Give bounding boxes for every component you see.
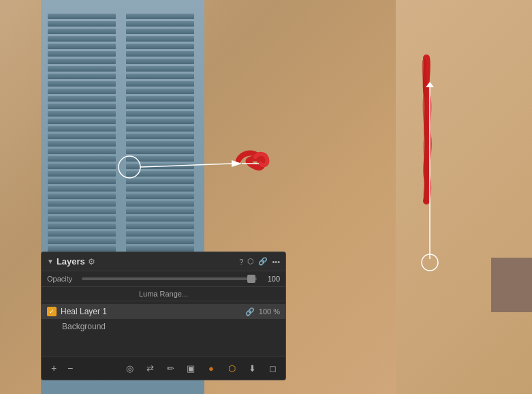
luma-range-row[interactable]: Luma Range... xyxy=(42,287,285,301)
link-icon[interactable]: 🔗 xyxy=(258,257,268,266)
wall-ledge xyxy=(491,258,532,312)
layer-background-name: Background xyxy=(62,322,106,331)
svg-line-1 xyxy=(140,164,232,167)
panel-footer: + − ◎ ⇄ ✏ ▣ ● ⬡ ⬇ ◻ xyxy=(42,356,285,380)
layers-list: ✓ Heal Layer 1 🔗 100 % Background xyxy=(42,301,285,356)
opacity-label: Opacity xyxy=(47,275,78,283)
layer-item-heal[interactable]: ✓ Heal Layer 1 🔗 100 % xyxy=(42,304,285,319)
svg-marker-4 xyxy=(426,82,434,87)
color-picker-tool[interactable]: ● xyxy=(204,361,219,376)
footer-left: + − xyxy=(47,361,77,375)
stamp-tool[interactable]: ⬇ xyxy=(245,361,260,376)
panel-header-left: ▼ Layers ⚙ xyxy=(47,256,95,267)
circle-select-tool[interactable]: ◎ xyxy=(122,361,137,376)
opacity-row: Opacity 100 xyxy=(42,271,285,287)
heal-tool[interactable]: ⬡ xyxy=(224,361,239,376)
layer-name: Heal Layer 1 xyxy=(61,307,241,316)
footer-tools: ◎ ⇄ ✏ ▣ ● ⬡ ⬇ ◻ xyxy=(122,361,280,376)
annotation-arrow xyxy=(95,136,286,191)
opacity-slider[interactable] xyxy=(82,277,257,280)
luma-range-label: Luma Range... xyxy=(139,290,188,298)
erase-tool[interactable]: ◻ xyxy=(265,361,280,376)
svg-marker-2 xyxy=(232,160,242,167)
more-options-icon[interactable]: ••• xyxy=(272,258,280,266)
layer-item-background[interactable]: Background xyxy=(42,319,285,334)
mask-tool[interactable]: ▣ xyxy=(183,361,198,376)
layer-link-icon: 🔗 xyxy=(245,307,255,316)
panel-header-right: ? ⬡ 🔗 ••• xyxy=(239,257,280,266)
remove-layer-button[interactable]: − xyxy=(63,361,77,375)
layers-panel: ▼ Layers ⚙ ? ⬡ 🔗 ••• Opacity 100 Luma Ra… xyxy=(41,252,286,380)
add-layer-button[interactable]: + xyxy=(47,361,61,375)
layer-opacity-value: 100 % xyxy=(259,307,280,316)
svg-point-0 xyxy=(119,156,140,178)
brush-tool[interactable]: ✏ xyxy=(163,361,178,376)
opacity-slider-thumb[interactable] xyxy=(247,275,255,283)
transform-tool[interactable]: ⇄ xyxy=(142,361,157,376)
export-icon[interactable]: ⬡ xyxy=(247,257,254,266)
vertical-line-annotation xyxy=(416,82,443,273)
layer-visibility-checkbox[interactable]: ✓ xyxy=(47,307,57,316)
panel-header: ▼ Layers ⚙ ? ⬡ 🔗 ••• xyxy=(42,252,285,271)
collapse-button[interactable]: ▼ xyxy=(47,258,54,265)
panel-settings-icon[interactable]: ⚙ xyxy=(88,257,95,267)
panel-title: Layers xyxy=(57,256,85,267)
opacity-value: 100 xyxy=(261,275,280,283)
help-icon[interactable]: ? xyxy=(239,258,243,266)
